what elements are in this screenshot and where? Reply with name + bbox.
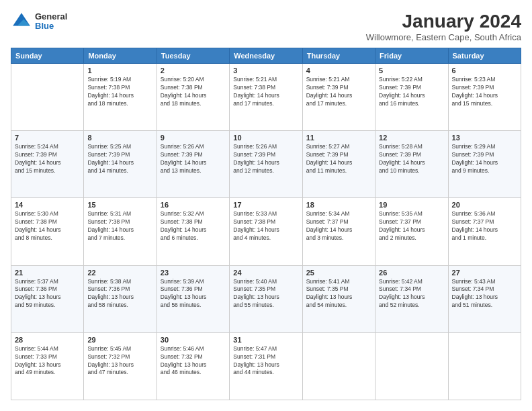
day-number: 6 [452,66,517,75]
day-number: 8 [87,134,152,142]
calendar-cell: 19Sunrise: 5:35 AM Sunset: 7:37 PM Dayli… [375,198,448,265]
calendar-cell: 31Sunrise: 5:47 AM Sunset: 7:31 PM Dayli… [230,332,302,400]
calendar-cell: 21Sunrise: 5:37 AM Sunset: 7:36 PM Dayli… [11,265,84,332]
day-number: 13 [452,134,517,142]
day-info: Sunrise: 5:45 AM Sunset: 7:32 PM Dayligh… [87,345,152,377]
day-number: 21 [15,269,80,277]
day-number: 18 [306,201,371,209]
day-info: Sunrise: 5:26 AM Sunset: 7:39 PM Dayligh… [161,143,226,175]
calendar-cell: 5Sunrise: 5:22 AM Sunset: 7:39 PM Daylig… [375,64,448,131]
calendar-day-header: Tuesday [157,48,229,64]
day-number: 31 [233,336,298,344]
calendar-cell: 2Sunrise: 5:20 AM Sunset: 7:38 PM Daylig… [157,64,229,131]
calendar-day-header: Thursday [302,48,375,64]
title-block: January 2024 Willowmore, Eastern Cape, S… [366,11,521,42]
day-info: Sunrise: 5:21 AM Sunset: 7:38 PM Dayligh… [233,76,298,108]
day-number: 28 [15,336,80,344]
day-number: 15 [87,201,152,209]
calendar-cell [11,64,84,131]
calendar-header-row: SundayMondayTuesdayWednesdayThursdayFrid… [11,48,521,64]
header: General Blue January 2024 Willowmore, Ea… [11,11,521,42]
calendar-cell [375,332,448,400]
calendar-cell: 28Sunrise: 5:44 AM Sunset: 7:33 PM Dayli… [11,332,84,400]
day-info: Sunrise: 5:19 AM Sunset: 7:38 PM Dayligh… [87,76,152,108]
day-info: Sunrise: 5:39 AM Sunset: 7:36 PM Dayligh… [161,278,226,310]
calendar-cell: 29Sunrise: 5:45 AM Sunset: 7:32 PM Dayli… [84,332,157,400]
day-number: 7 [15,134,80,142]
day-info: Sunrise: 5:27 AM Sunset: 7:39 PM Dayligh… [306,143,371,175]
day-info: Sunrise: 5:36 AM Sunset: 7:37 PM Dayligh… [452,210,517,242]
day-number: 14 [15,201,80,209]
calendar-cell: 8Sunrise: 5:25 AM Sunset: 7:39 PM Daylig… [84,131,157,198]
calendar-day-header: Wednesday [230,48,302,64]
logo-general-label: General [35,12,67,21]
calendar-week-row: 1Sunrise: 5:19 AM Sunset: 7:38 PM Daylig… [11,64,521,131]
day-number: 17 [233,201,298,209]
calendar-cell: 3Sunrise: 5:21 AM Sunset: 7:38 PM Daylig… [230,64,302,131]
day-number: 25 [306,269,371,277]
calendar-day-header: Sunday [11,48,84,64]
day-info: Sunrise: 5:22 AM Sunset: 7:39 PM Dayligh… [379,76,444,108]
day-number: 29 [87,336,152,344]
day-info: Sunrise: 5:23 AM Sunset: 7:39 PM Dayligh… [452,76,517,108]
day-info: Sunrise: 5:35 AM Sunset: 7:37 PM Dayligh… [379,210,444,242]
day-info: Sunrise: 5:30 AM Sunset: 7:38 PM Dayligh… [15,210,80,242]
day-number: 1 [87,66,152,75]
calendar-day-header: Monday [84,48,157,64]
day-number: 9 [161,134,226,142]
calendar-week-row: 21Sunrise: 5:37 AM Sunset: 7:36 PM Dayli… [11,265,521,332]
day-info: Sunrise: 5:31 AM Sunset: 7:38 PM Dayligh… [87,210,152,242]
day-number: 20 [452,201,517,209]
page: General Blue January 2024 Willowmore, Ea… [0,0,532,411]
day-number: 5 [379,66,444,75]
calendar-cell: 15Sunrise: 5:31 AM Sunset: 7:38 PM Dayli… [84,198,157,265]
calendar-cell: 16Sunrise: 5:32 AM Sunset: 7:38 PM Dayli… [157,198,229,265]
calendar-cell: 24Sunrise: 5:40 AM Sunset: 7:35 PM Dayli… [230,265,302,332]
calendar-week-row: 28Sunrise: 5:44 AM Sunset: 7:33 PM Dayli… [11,332,521,400]
day-number: 10 [233,134,298,142]
day-info: Sunrise: 5:21 AM Sunset: 7:39 PM Dayligh… [306,76,371,108]
logo: General Blue [11,11,67,32]
day-info: Sunrise: 5:44 AM Sunset: 7:33 PM Dayligh… [15,345,80,377]
day-info: Sunrise: 5:42 AM Sunset: 7:34 PM Dayligh… [379,278,444,310]
calendar-cell: 30Sunrise: 5:46 AM Sunset: 7:32 PM Dayli… [157,332,229,400]
calendar-cell: 20Sunrise: 5:36 AM Sunset: 7:37 PM Dayli… [448,198,521,265]
day-info: Sunrise: 5:43 AM Sunset: 7:34 PM Dayligh… [452,278,517,310]
day-info: Sunrise: 5:37 AM Sunset: 7:36 PM Dayligh… [15,278,80,310]
day-info: Sunrise: 5:33 AM Sunset: 7:38 PM Dayligh… [233,210,298,242]
day-number: 2 [161,66,226,75]
day-info: Sunrise: 5:20 AM Sunset: 7:38 PM Dayligh… [161,76,226,108]
day-number: 26 [379,269,444,277]
calendar-title: January 2024 [366,11,521,32]
day-info: Sunrise: 5:40 AM Sunset: 7:35 PM Dayligh… [233,278,298,310]
logo-icon [11,11,32,32]
day-info: Sunrise: 5:25 AM Sunset: 7:39 PM Dayligh… [87,143,152,175]
calendar-week-row: 7Sunrise: 5:24 AM Sunset: 7:39 PM Daylig… [11,131,521,198]
calendar-day-header: Saturday [448,48,521,64]
calendar-cell: 1Sunrise: 5:19 AM Sunset: 7:38 PM Daylig… [84,64,157,131]
calendar-cell [448,332,521,400]
calendar-cell: 7Sunrise: 5:24 AM Sunset: 7:39 PM Daylig… [11,131,84,198]
day-number: 27 [452,269,517,277]
calendar-cell: 14Sunrise: 5:30 AM Sunset: 7:38 PM Dayli… [11,198,84,265]
calendar-cell: 25Sunrise: 5:41 AM Sunset: 7:35 PM Dayli… [302,265,375,332]
logo-blue-label: Blue [35,21,67,31]
day-number: 11 [306,134,371,142]
logo-text: General Blue [35,12,67,32]
calendar-cell [302,332,375,400]
day-info: Sunrise: 5:32 AM Sunset: 7:38 PM Dayligh… [161,210,226,242]
day-info: Sunrise: 5:38 AM Sunset: 7:36 PM Dayligh… [87,278,152,310]
calendar-cell: 6Sunrise: 5:23 AM Sunset: 7:39 PM Daylig… [448,64,521,131]
calendar-cell: 17Sunrise: 5:33 AM Sunset: 7:38 PM Dayli… [230,198,302,265]
day-info: Sunrise: 5:47 AM Sunset: 7:31 PM Dayligh… [233,345,298,377]
calendar-cell: 18Sunrise: 5:34 AM Sunset: 7:37 PM Dayli… [302,198,375,265]
calendar-subtitle: Willowmore, Eastern Cape, South Africa [366,32,521,42]
calendar-cell: 4Sunrise: 5:21 AM Sunset: 7:39 PM Daylig… [302,64,375,131]
day-number: 3 [233,66,298,75]
calendar-cell: 27Sunrise: 5:43 AM Sunset: 7:34 PM Dayli… [448,265,521,332]
day-number: 23 [161,269,226,277]
day-number: 30 [161,336,226,344]
day-info: Sunrise: 5:24 AM Sunset: 7:39 PM Dayligh… [15,143,80,175]
day-info: Sunrise: 5:28 AM Sunset: 7:39 PM Dayligh… [379,143,444,175]
calendar-cell: 12Sunrise: 5:28 AM Sunset: 7:39 PM Dayli… [375,131,448,198]
